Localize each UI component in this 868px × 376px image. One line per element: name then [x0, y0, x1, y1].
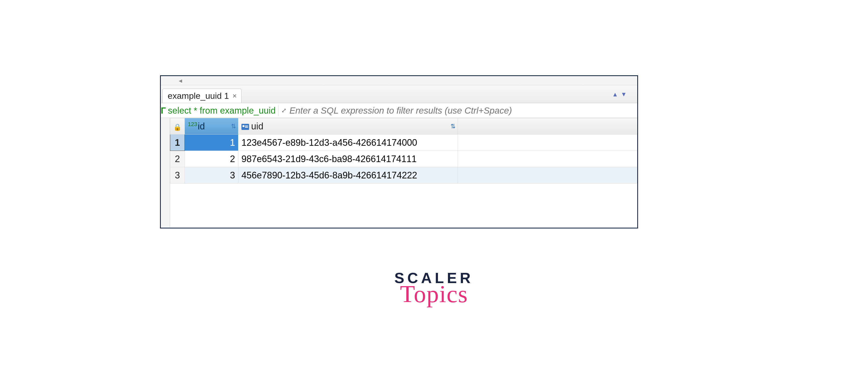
uuid-type-icon: [242, 124, 249, 130]
grid-wrap: 🔒 123id ⇅ uid ⇅: [161, 118, 637, 228]
cell-empty: [458, 134, 637, 151]
query-marker-icon: Г: [161, 105, 167, 116]
close-icon[interactable]: ×: [232, 92, 237, 100]
sql-filter-input[interactable]: [287, 105, 637, 116]
tab-label: example_uuid 1: [168, 91, 229, 101]
side-gutter: [161, 118, 170, 228]
scaler-topics-logo: SCALER Topics: [394, 269, 473, 308]
top-scroll-strip: ◄: [161, 76, 637, 85]
numeric-type-icon: 123: [188, 121, 197, 127]
table-row[interactable]: 2 2 987e6543-21d9-43c6-ba98-426614174111: [170, 151, 637, 167]
column-header-uid[interactable]: uid ⇅: [238, 118, 458, 134]
cell-id[interactable]: 1: [185, 134, 238, 151]
cell-uid[interactable]: 456e7890-12b3-45d6-8a9b-426614174222: [238, 167, 458, 184]
db-result-window: ◄ example_uuid 1 × ▴ ▾ Г select * from e…: [160, 75, 638, 228]
cell-uid[interactable]: 987e6543-21d9-43c6-ba98-426614174111: [238, 151, 458, 167]
cell-empty: [458, 151, 637, 167]
cell-id[interactable]: 2: [185, 151, 238, 167]
row-number: 2: [170, 151, 185, 167]
column-uid-label: uid: [251, 121, 264, 131]
cell-uid[interactable]: 123e4567-e89b-12d3-a456-426614174000: [238, 134, 458, 151]
filter-sort-icon[interactable]: ⇅: [231, 123, 236, 130]
query-bar: Г select * from example_uuid ⤢: [161, 103, 637, 118]
result-tabbar: example_uuid 1 × ▴ ▾: [161, 85, 637, 103]
tab-example-uuid[interactable]: example_uuid 1 ×: [162, 89, 242, 103]
lock-icon: 🔒: [173, 123, 182, 131]
header-row: 🔒 123id ⇅ uid ⇅: [170, 118, 637, 134]
logo-line2: Topics: [394, 280, 473, 308]
cell-empty: [458, 167, 637, 184]
filter-sort-icon[interactable]: ⇅: [451, 123, 456, 130]
query-text: select * from example_uuid: [167, 105, 276, 116]
scroll-left-icon[interactable]: ◄: [178, 77, 183, 84]
table-row[interactable]: 1 1 123e4567-e89b-12d3-a456-426614174000: [170, 134, 637, 151]
table-row[interactable]: 3 3 456e7890-12b3-45d6-8a9b-426614174222: [170, 167, 637, 184]
result-grid: 🔒 123id ⇅ uid ⇅: [170, 118, 637, 228]
column-spacer: [458, 118, 637, 134]
rownum-header: 🔒: [170, 118, 185, 134]
cell-id[interactable]: 3: [185, 167, 238, 184]
column-id-label: id: [198, 121, 205, 131]
row-number: 3: [170, 167, 185, 184]
tabbar-min-max[interactable]: ▴ ▾: [613, 90, 627, 98]
expand-icon[interactable]: ⤢: [281, 107, 287, 114]
row-number: 1: [170, 134, 185, 151]
column-header-id[interactable]: 123id ⇅: [185, 118, 238, 134]
